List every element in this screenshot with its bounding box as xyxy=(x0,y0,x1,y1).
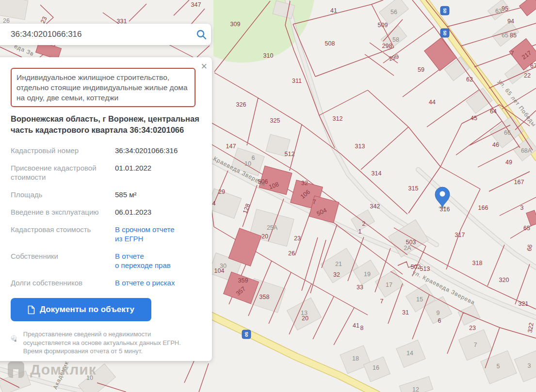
field-label: Кадастровый номер xyxy=(11,146,115,155)
map-label: 512 xyxy=(285,151,295,157)
map-label: 23 xyxy=(469,325,476,331)
search-icon[interactable] xyxy=(192,25,211,44)
search-input[interactable] xyxy=(0,30,192,39)
map-label: 310 xyxy=(263,52,274,59)
field-label: Площадь xyxy=(11,190,115,199)
documents-button[interactable]: Документы по объекту xyxy=(11,298,151,321)
map-label: 32 xyxy=(301,180,308,187)
map-label: 309 xyxy=(230,21,241,28)
map-label: 49 xyxy=(505,159,512,166)
field-value-link[interactable]: В срочном отчете из ЕГРН xyxy=(115,225,205,243)
map-label: 2 xyxy=(362,220,366,227)
map-label: 15 xyxy=(416,296,423,303)
map-label: 29 xyxy=(218,188,225,195)
svg-text:50: 50 xyxy=(442,31,447,35)
map-label: 46 xyxy=(492,141,499,148)
rosreestr-icon xyxy=(11,330,17,347)
field-value-link[interactable]: В отчете о рисках xyxy=(115,278,205,287)
map-label: 32 xyxy=(333,271,340,278)
cadastral-map-app: ул. 65 лет ПобедыКраеведа Звереваул. Кра… xyxy=(0,0,536,392)
map-label: 508 xyxy=(325,40,335,47)
map-label: 298 xyxy=(382,43,392,49)
close-icon[interactable]: × xyxy=(201,61,207,72)
map-label: 318 xyxy=(472,260,483,267)
map-label: 4 xyxy=(212,200,216,207)
map-label: 41 xyxy=(330,7,337,14)
map-label: 65 xyxy=(523,225,530,232)
field-label: Собственники xyxy=(11,251,115,270)
field-row: Введение в эксплуатацию06.01.2023 xyxy=(11,207,205,217)
field-label: Долги собственников xyxy=(11,278,115,287)
field-row: Долги собственниковВ отчете о рисках xyxy=(11,278,205,287)
map-label: 5 xyxy=(497,363,500,370)
map-label: 41 xyxy=(353,322,359,329)
map-label: 3 xyxy=(528,362,531,369)
field-value: 585 м² xyxy=(115,190,205,199)
object-address: Воронежская область, г Воронеж, централь… xyxy=(11,113,200,136)
map-label: 147 xyxy=(226,143,236,150)
field-row: Присвоение кадастровой стоимости01.01.20… xyxy=(11,163,205,182)
map-label: 8 xyxy=(360,325,364,331)
footnote: Предоставление сведений о недвижимости о… xyxy=(11,330,200,356)
map-label: 347 xyxy=(191,1,201,8)
field-value: 01.01.2022 xyxy=(115,163,205,182)
svg-text:50: 50 xyxy=(442,8,447,13)
map-label: 509 xyxy=(378,22,388,29)
map-label: 3 xyxy=(520,204,524,211)
map-label: 64 xyxy=(490,108,497,115)
map-label: 25А xyxy=(267,224,278,231)
map-label: 58 xyxy=(392,36,399,43)
map-label: 20 xyxy=(302,315,309,322)
map-label: 23 xyxy=(294,235,301,242)
map-label: 65 xyxy=(502,32,508,39)
map-label: 21 xyxy=(335,261,342,267)
object-attributes: Кадастровый номер36:34:0201066:316Присво… xyxy=(11,146,205,287)
map-label: 66 xyxy=(526,244,534,251)
field-row: Кадастровая стоимостьВ срочном отчете из… xyxy=(11,225,205,243)
map-label: 68А xyxy=(521,147,532,154)
field-value: 36:34:0201066:316 xyxy=(115,146,205,155)
map-label: 358 xyxy=(260,294,270,300)
map-label: 315 xyxy=(408,185,419,192)
map-label: 7 xyxy=(380,298,384,305)
map-label: 67 xyxy=(530,63,536,69)
svg-text:50: 50 xyxy=(244,332,249,337)
map-label: 56 xyxy=(390,9,397,16)
map-label: 314 xyxy=(372,170,382,177)
footnote-text: Предоставление сведений о недвижимости о… xyxy=(23,330,200,356)
map-label: 85 xyxy=(510,32,517,39)
map-label: 10 xyxy=(86,375,93,381)
map-label: 326 xyxy=(236,101,246,108)
field-label: Присвоение кадастровой стоимости xyxy=(11,163,115,182)
map-label: 320 xyxy=(499,277,509,283)
field-value-link[interactable]: В отчете о переходе прав xyxy=(115,251,205,270)
map-label: 10 xyxy=(244,160,251,167)
document-icon xyxy=(28,305,35,314)
map-label: 167 xyxy=(514,179,524,186)
map-label: 6 xyxy=(438,317,441,324)
map-label: 317 xyxy=(455,232,465,238)
map-label: 95 xyxy=(502,5,508,12)
map-label: 33 xyxy=(357,284,363,291)
map-label: 26 xyxy=(3,17,10,24)
map-label: 2А xyxy=(404,245,411,251)
map-label: 18 xyxy=(352,355,359,362)
field-row: Кадастровый номер36:34:0201066:316 xyxy=(11,146,205,155)
map-label: 45 xyxy=(471,115,477,122)
map-label: 312 xyxy=(333,115,343,122)
map-label: 7 xyxy=(511,50,514,57)
road-sign-icon: 50 xyxy=(242,330,251,339)
map-label: 12 xyxy=(412,386,419,392)
map-label: 16 xyxy=(373,364,379,371)
land-use-highlight: Индивидуальное жилищное строительство, о… xyxy=(11,68,195,107)
field-label: Введение в эксплуатацию xyxy=(11,207,115,217)
map-label: 325 xyxy=(270,117,280,124)
map-label: 311 xyxy=(292,78,302,84)
documents-button-label: Документы по объекту xyxy=(40,305,134,314)
map-label: 321 xyxy=(519,300,529,307)
map-label: 31 xyxy=(402,309,409,316)
map-label: 44 xyxy=(429,99,436,106)
map-label: 506 xyxy=(258,178,268,185)
map-label: 342 xyxy=(370,203,380,210)
map-label: 104 xyxy=(214,267,225,274)
